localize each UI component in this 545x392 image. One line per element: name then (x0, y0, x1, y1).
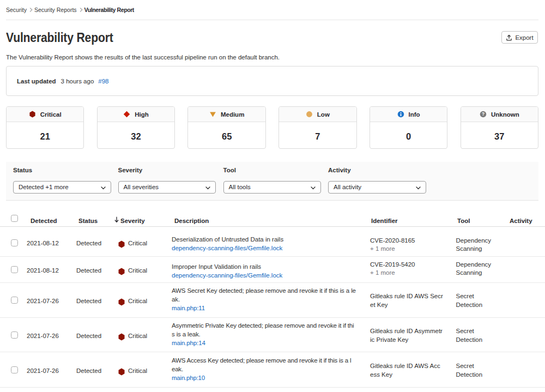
svg-text:?: ? (482, 111, 485, 117)
